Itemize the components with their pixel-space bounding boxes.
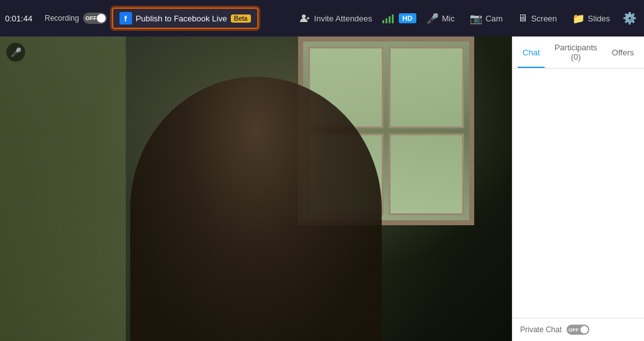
cam-icon: 📷 [470,13,482,25]
window-pane-br [389,133,464,215]
recording-label: Recording [45,14,79,23]
svg-point-0 [302,14,306,18]
top-bar: 0:01:44 Recording OFF f Publish to Faceb… [0,0,644,36]
window-pane-tr [389,47,464,128]
hd-badge[interactable]: HD [399,13,416,23]
private-chat-toggle-label: OFF [569,327,579,333]
private-chat-toggle-knob [580,326,588,333]
invite-attendees-button[interactable]: Invite Attendees [295,11,377,26]
chat-content [513,69,644,318]
toggle-off-label: OFF [86,15,97,21]
participants-count: (0) [571,52,581,62]
toggle-knob [97,14,106,23]
slides-icon: 📁 [572,13,585,25]
beta-badge: Beta [231,14,251,23]
recording-group: Recording OFF [45,13,107,24]
mic-overlay-button[interactable]: 🎤 [6,43,25,62]
recording-toggle[interactable]: OFF [83,13,107,24]
video-area: 🎤 [0,36,512,341]
publish-facebook-live-button[interactable]: f Publish to Facebook Live Beta [112,8,258,29]
person-silhouette [130,77,382,341]
wall-left [0,36,126,341]
mic-overlay-icon: 🎤 [11,47,21,57]
private-chat-toggle[interactable]: OFF [567,325,589,335]
screen-label: Screen [531,14,557,23]
screen-icon: 🖥 [518,13,528,24]
settings-button[interactable]: ⚙️ [620,9,639,28]
mic-icon: 🎤 [426,13,439,25]
gear-icon: ⚙️ [623,12,636,25]
sidebar-tabs: Chat Participants (0) Offers [513,36,644,69]
facebook-icon: f [119,12,132,25]
mic-button[interactable]: 🎤 Mic [421,10,460,27]
invite-label: Invite Attendees [314,14,372,23]
private-chat-label: Private Chat [520,325,562,334]
tab-chat[interactable]: Chat [518,36,545,68]
screen-button[interactable]: 🖥 Screen [513,10,562,26]
right-sidebar: Chat Participants (0) Offers Private Cha… [512,36,644,341]
main-content: 🎤 Chat Participants (0) Offers Private C… [0,36,644,341]
signal-strength-icon [382,13,394,23]
timer-display: 0:01:44 [5,14,40,23]
sidebar-footer: Private Chat OFF [513,318,644,341]
slides-button[interactable]: 📁 Slides [567,10,615,27]
mic-label: Mic [442,14,455,23]
cam-label: Cam [486,14,502,23]
cam-button[interactable]: 📷 Cam [465,10,508,27]
tab-offers[interactable]: Offers [607,36,639,68]
publish-label: Publish to Facebook Live [136,14,227,23]
tab-participants[interactable]: Participants (0) [547,36,604,68]
slides-label: Slides [588,14,610,23]
invite-icon [300,13,310,23]
